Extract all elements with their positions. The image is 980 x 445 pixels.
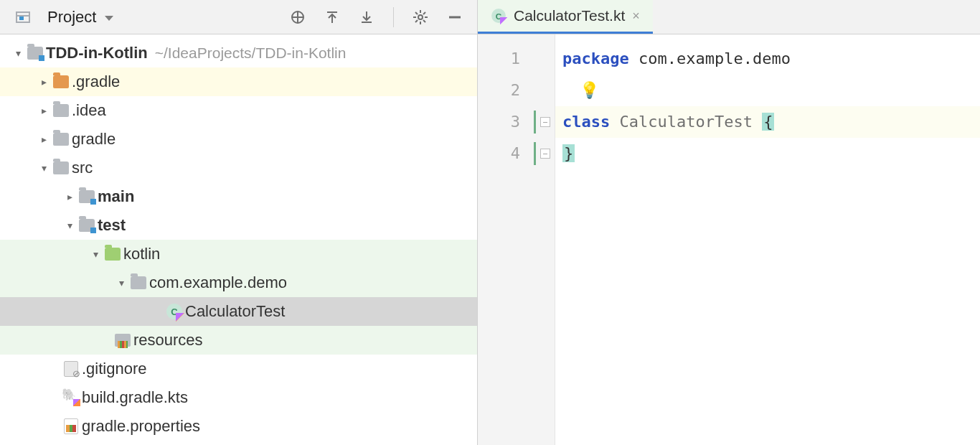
folder-icon [53, 133, 69, 146]
chevron-down-icon[interactable]: ▾ [89, 248, 102, 260]
svg-line-14 [415, 20, 418, 22]
panel-toolbar [290, 7, 477, 27]
caret-indicator [534, 142, 536, 165]
separator [393, 7, 394, 27]
svg-line-15 [423, 12, 425, 14]
tree-label: com.example.demo [149, 273, 287, 292]
tree-label: .gradle [72, 72, 120, 91]
tree-row-main[interactable]: ▸ main [0, 182, 477, 211]
chevron-down-icon[interactable]: ▾ [37, 162, 50, 174]
chevron-right-icon[interactable]: ▸ [37, 105, 50, 116]
module-icon [79, 190, 95, 203]
project-view-combo[interactable]: Project [37, 8, 113, 27]
tree-label: .gitignore [82, 360, 147, 378]
gitignore-file-icon [64, 361, 78, 377]
hide-icon[interactable] [447, 9, 463, 25]
editor-tab-bar: C CalculatorTest.kt × [478, 0, 980, 34]
chevron-right-icon[interactable]: ▸ [37, 76, 50, 88]
module-icon [27, 47, 43, 60]
gradle-kts-file-icon [63, 390, 79, 405]
gear-icon[interactable] [413, 9, 428, 25]
project-window-icon [16, 11, 30, 23]
tree-row-calculatortest[interactable]: C CalculatorTest [0, 297, 477, 326]
test-source-folder-icon [105, 248, 121, 261]
collapse-all-icon[interactable] [359, 9, 374, 25]
code-editor[interactable]: 1 2 3 – 4 – package com.example.demo 💡 c… [478, 34, 980, 445]
editor-tab-calculatortest[interactable]: C CalculatorTest.kt × [478, 0, 653, 34]
line-number: 2 [478, 75, 555, 106]
tree-label: build.gradle.kts [82, 388, 188, 407]
tree-row-gradle[interactable]: ▸ gradle [0, 125, 477, 154]
chevron-down-icon [105, 16, 113, 21]
svg-line-13 [423, 20, 425, 22]
properties-file-icon [64, 418, 78, 434]
editor-tab-label: CalculatorTest.kt [514, 7, 625, 24]
code-line[interactable]: } [555, 138, 980, 169]
code-content[interactable]: package com.example.demo 💡 class Calcula… [555, 34, 980, 445]
tree-label: TDD-in-Kotlin [46, 44, 148, 62]
line-number: 4 – [478, 138, 555, 169]
tree-row-gitignore[interactable]: .gitignore [0, 355, 477, 383]
project-tool-window: Project [0, 0, 478, 445]
tree-row-resources[interactable]: resources [0, 326, 477, 355]
panel-header: Project [0, 0, 477, 34]
chevron-right-icon[interactable]: ▸ [63, 191, 76, 202]
folder-icon [53, 75, 69, 88]
tree-row-kotlin[interactable]: ▾ kotlin [0, 240, 477, 268]
tree-label: main [98, 187, 134, 206]
expand-all-icon[interactable] [324, 9, 340, 25]
line-number: 1 [478, 43, 555, 75]
svg-point-7 [418, 15, 423, 19]
code-line[interactable]: package com.example.demo [555, 43, 980, 75]
chevron-down-icon[interactable]: ▾ [115, 277, 128, 289]
tree-hint: ~/IdeaProjects/TDD-in-Kotlin [155, 44, 347, 62]
tree-label: resources [133, 331, 203, 350]
tree-row-gradle-properties[interactable]: gradle.properties [0, 412, 477, 441]
panel-title: Project [47, 8, 96, 27]
tree-row-gradle-cache[interactable]: ▸ .gradle [0, 67, 477, 96]
fold-end-icon[interactable]: – [540, 149, 550, 159]
tree-row-idea[interactable]: ▸ .idea [0, 96, 477, 125]
tree-row-build-gradle-kts[interactable]: build.gradle.kts [0, 383, 477, 412]
tree-row-test[interactable]: ▾ test [0, 211, 477, 240]
gutter[interactable]: 1 2 3 – 4 – [478, 34, 555, 445]
chevron-down-icon[interactable]: ▾ [11, 47, 24, 59]
module-icon [79, 219, 95, 232]
tree-label: test [98, 216, 126, 235]
tree-row-root[interactable]: ▾ TDD-in-Kotlin ~/IdeaProjects/TDD-in-Ko… [0, 39, 477, 67]
resources-folder-icon [115, 334, 131, 347]
kotlin-class-icon: C [491, 9, 506, 23]
intention-bulb-icon[interactable]: 💡 [562, 81, 599, 99]
tree-label: gradle.properties [82, 417, 200, 436]
line-number: 3 – [478, 106, 555, 138]
tree-label: gradle [72, 130, 116, 149]
tree-row-package[interactable]: ▾ com.example.demo [0, 268, 477, 297]
chevron-right-icon[interactable]: ▸ [37, 134, 50, 145]
fold-start-icon[interactable]: – [540, 117, 550, 127]
chevron-down-icon[interactable]: ▾ [63, 220, 76, 231]
editor-area: C CalculatorTest.kt × 1 2 3 – 4 – [478, 0, 980, 445]
code-line[interactable]: 💡 [555, 75, 980, 106]
project-tree[interactable]: ▾ TDD-in-Kotlin ~/IdeaProjects/TDD-in-Ko… [0, 34, 477, 445]
tree-label: CalculatorTest [185, 302, 285, 321]
tree-row-src[interactable]: ▾ src [0, 154, 477, 182]
folder-icon [53, 161, 69, 174]
select-opened-file-icon[interactable] [290, 9, 306, 25]
package-icon [131, 276, 146, 289]
kotlin-class-icon: C [166, 304, 182, 319]
folder-icon [53, 104, 69, 117]
tree-label: kotlin [123, 245, 160, 263]
tree-label: .idea [72, 101, 106, 120]
svg-line-12 [415, 12, 418, 14]
caret-indicator [534, 111, 536, 134]
tree-label: src [72, 159, 93, 177]
code-line[interactable]: class CalculatorTest { [555, 106, 980, 138]
close-tab-icon[interactable]: × [632, 9, 640, 24]
